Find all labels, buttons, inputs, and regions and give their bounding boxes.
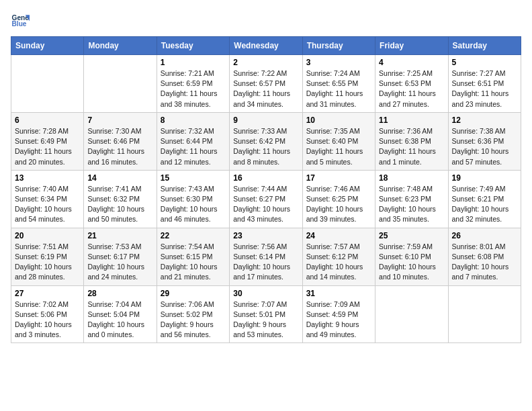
weekday-header-cell: Friday — [375, 37, 448, 55]
calendar-cell: 17Sunrise: 7:46 AMSunset: 6:25 PMDayligh… — [302, 170, 375, 228]
day-number: 26 — [452, 231, 517, 240]
day-info: Sunrise: 7:46 AMSunset: 6:25 PMDaylight:… — [306, 184, 371, 225]
day-number: 31 — [306, 289, 371, 298]
day-info: Sunrise: 7:51 AMSunset: 6:19 PMDaylight:… — [15, 242, 80, 283]
weekday-header-cell: Monday — [84, 37, 157, 55]
day-number: 28 — [87, 289, 152, 298]
day-info: Sunrise: 7:32 AMSunset: 6:44 PMDaylight:… — [161, 126, 226, 167]
day-number: 24 — [306, 231, 371, 240]
day-number: 13 — [15, 173, 80, 183]
day-info: Sunrise: 8:01 AMSunset: 6:08 PMDaylight:… — [452, 242, 517, 283]
calendar-week-row: 27Sunrise: 7:02 AMSunset: 5:06 PMDayligh… — [11, 285, 521, 343]
day-number: 5 — [452, 58, 517, 67]
day-number: 3 — [306, 58, 371, 67]
calendar-cell — [375, 285, 448, 343]
calendar-cell: 12Sunrise: 7:38 AMSunset: 6:36 PMDayligh… — [448, 112, 521, 170]
day-info: Sunrise: 7:07 AMSunset: 5:01 PMDaylight:… — [233, 300, 298, 340]
day-info: Sunrise: 7:56 AMSunset: 6:14 PMDaylight:… — [233, 242, 298, 283]
day-info: Sunrise: 7:48 AMSunset: 6:23 PMDaylight:… — [379, 184, 444, 225]
header: General Blue — [11, 11, 521, 30]
day-info: Sunrise: 7:53 AMSunset: 6:17 PMDaylight:… — [87, 242, 152, 283]
calendar-week-row: 20Sunrise: 7:51 AMSunset: 6:19 PMDayligh… — [11, 228, 521, 285]
day-info: Sunrise: 7:04 AMSunset: 5:04 PMDaylight:… — [87, 300, 152, 340]
weekday-header-cell: Sunday — [11, 37, 84, 55]
day-number: 12 — [452, 116, 517, 125]
calendar-cell: 19Sunrise: 7:49 AMSunset: 6:21 PMDayligh… — [448, 170, 521, 228]
calendar-cell: 28Sunrise: 7:04 AMSunset: 5:04 PMDayligh… — [84, 285, 157, 343]
weekday-header-row: SundayMondayTuesdayWednesdayThursdayFrid… — [11, 37, 521, 55]
day-info: Sunrise: 7:35 AMSunset: 6:40 PMDaylight:… — [306, 126, 371, 167]
calendar-week-row: 6Sunrise: 7:28 AMSunset: 6:49 PMDaylight… — [11, 112, 521, 170]
calendar-cell: 25Sunrise: 7:59 AMSunset: 6:10 PMDayligh… — [375, 228, 448, 285]
calendar-cell: 8Sunrise: 7:32 AMSunset: 6:44 PMDaylight… — [157, 112, 229, 170]
day-info: Sunrise: 7:28 AMSunset: 6:49 PMDaylight:… — [15, 126, 80, 167]
day-info: Sunrise: 7:38 AMSunset: 6:36 PMDaylight:… — [452, 126, 517, 167]
day-info: Sunrise: 7:59 AMSunset: 6:10 PMDaylight:… — [379, 242, 444, 283]
calendar-cell: 9Sunrise: 7:33 AMSunset: 6:42 PMDaylight… — [230, 112, 302, 170]
calendar-table: SundayMondayTuesdayWednesdayThursdayFrid… — [11, 36, 521, 343]
calendar-cell: 10Sunrise: 7:35 AMSunset: 6:40 PMDayligh… — [302, 112, 375, 170]
day-number: 1 — [161, 58, 226, 67]
day-info: Sunrise: 7:21 AMSunset: 6:59 PMDaylight:… — [161, 68, 226, 109]
logo-icon: General Blue — [11, 11, 30, 30]
calendar-cell: 31Sunrise: 7:09 AMSunset: 4:59 PMDayligh… — [302, 285, 375, 343]
day-info: Sunrise: 7:41 AMSunset: 6:32 PMDaylight:… — [87, 184, 152, 225]
calendar-cell: 23Sunrise: 7:56 AMSunset: 6:14 PMDayligh… — [230, 228, 302, 285]
day-info: Sunrise: 7:09 AMSunset: 4:59 PMDaylight:… — [306, 300, 371, 340]
day-info: Sunrise: 7:27 AMSunset: 6:51 PMDaylight:… — [452, 68, 517, 109]
calendar-week-row: 1Sunrise: 7:21 AMSunset: 6:59 PMDaylight… — [11, 55, 521, 113]
weekday-header-cell: Wednesday — [230, 37, 302, 55]
day-number: 9 — [233, 116, 298, 125]
day-number: 21 — [87, 231, 152, 240]
day-number: 27 — [15, 289, 80, 298]
day-number: 18 — [379, 173, 444, 183]
day-number: 6 — [15, 116, 80, 125]
day-number: 17 — [306, 173, 371, 183]
day-number: 15 — [161, 173, 226, 183]
day-info: Sunrise: 7:43 AMSunset: 6:30 PMDaylight:… — [161, 184, 226, 225]
calendar-cell: 7Sunrise: 7:30 AMSunset: 6:46 PMDaylight… — [84, 112, 157, 170]
calendar-cell: 16Sunrise: 7:44 AMSunset: 6:27 PMDayligh… — [230, 170, 302, 228]
calendar-cell: 18Sunrise: 7:48 AMSunset: 6:23 PMDayligh… — [375, 170, 448, 228]
calendar-cell: 6Sunrise: 7:28 AMSunset: 6:49 PMDaylight… — [11, 112, 84, 170]
calendar-cell: 2Sunrise: 7:22 AMSunset: 6:57 PMDaylight… — [230, 55, 302, 113]
weekday-header-cell: Thursday — [302, 37, 375, 55]
day-info: Sunrise: 7:54 AMSunset: 6:15 PMDaylight:… — [161, 242, 226, 283]
calendar-cell: 14Sunrise: 7:41 AMSunset: 6:32 PMDayligh… — [84, 170, 157, 228]
day-number: 2 — [233, 58, 298, 67]
logo: General Blue — [11, 11, 32, 30]
calendar-cell — [11, 55, 84, 113]
day-number: 16 — [233, 173, 298, 183]
calendar-cell: 5Sunrise: 7:27 AMSunset: 6:51 PMDaylight… — [448, 55, 521, 113]
calendar-cell: 1Sunrise: 7:21 AMSunset: 6:59 PMDaylight… — [157, 55, 229, 113]
weekday-header-cell: Saturday — [448, 37, 521, 55]
calendar-cell: 13Sunrise: 7:40 AMSunset: 6:34 PMDayligh… — [11, 170, 84, 228]
calendar-cell: 20Sunrise: 7:51 AMSunset: 6:19 PMDayligh… — [11, 228, 84, 285]
day-info: Sunrise: 7:36 AMSunset: 6:38 PMDaylight:… — [379, 126, 444, 167]
calendar-cell: 21Sunrise: 7:53 AMSunset: 6:17 PMDayligh… — [84, 228, 157, 285]
day-number: 30 — [233, 289, 298, 298]
calendar-cell — [448, 285, 521, 343]
calendar-cell: 24Sunrise: 7:57 AMSunset: 6:12 PMDayligh… — [302, 228, 375, 285]
day-info: Sunrise: 7:44 AMSunset: 6:27 PMDaylight:… — [233, 184, 298, 225]
day-info: Sunrise: 7:33 AMSunset: 6:42 PMDaylight:… — [233, 126, 298, 167]
day-number: 25 — [379, 231, 444, 240]
day-number: 11 — [379, 116, 444, 125]
calendar-cell: 22Sunrise: 7:54 AMSunset: 6:15 PMDayligh… — [157, 228, 229, 285]
day-number: 20 — [15, 231, 80, 240]
calendar-cell: 30Sunrise: 7:07 AMSunset: 5:01 PMDayligh… — [230, 285, 302, 343]
day-number: 10 — [306, 116, 371, 125]
day-info: Sunrise: 7:40 AMSunset: 6:34 PMDaylight:… — [15, 184, 80, 225]
calendar-cell: 27Sunrise: 7:02 AMSunset: 5:06 PMDayligh… — [11, 285, 84, 343]
calendar-cell — [84, 55, 157, 113]
svg-text:Blue: Blue — [12, 20, 27, 28]
day-info: Sunrise: 7:22 AMSunset: 6:57 PMDaylight:… — [233, 68, 298, 109]
day-number: 22 — [161, 231, 226, 240]
day-info: Sunrise: 7:06 AMSunset: 5:02 PMDaylight:… — [161, 300, 226, 340]
calendar-cell: 15Sunrise: 7:43 AMSunset: 6:30 PMDayligh… — [157, 170, 229, 228]
day-info: Sunrise: 7:24 AMSunset: 6:55 PMDaylight:… — [306, 68, 371, 109]
day-info: Sunrise: 7:49 AMSunset: 6:21 PMDaylight:… — [452, 184, 517, 225]
day-info: Sunrise: 7:57 AMSunset: 6:12 PMDaylight:… — [306, 242, 371, 283]
day-number: 23 — [233, 231, 298, 240]
calendar-cell: 29Sunrise: 7:06 AMSunset: 5:02 PMDayligh… — [157, 285, 229, 343]
